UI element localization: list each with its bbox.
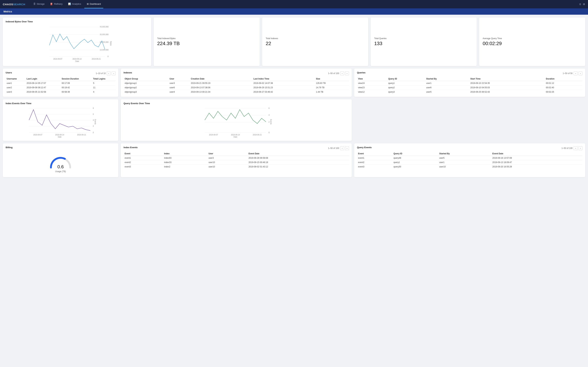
table-cell: 4 [92,90,115,94]
table-cell: user10 [438,165,491,169]
svg-text:2: 2 [268,121,269,123]
table-cell: user3 [6,90,26,94]
svg-text:Events: Events [270,119,272,125]
svg-text:4: 4 [268,114,269,116]
idx-col-lastindex: Last Index Time [252,77,315,81]
svg-text:Events: Events [94,119,96,125]
svg-text:6: 6 [93,113,94,115]
users-pagination: 1–10 of 10 ‹ › [96,71,115,75]
table-cell: index93 [163,156,208,160]
nav-analytics[interactable]: 📊 Analytics [66,0,84,8]
billing-title: Billing [6,146,115,149]
table-cell: event3 [123,165,163,169]
stat-total-indexes: Total Indexes 22 [262,17,368,66]
svg-text:2019-09-07: 2019-09-07 [33,134,42,136]
idx-col-user: User [169,77,190,81]
nav-refinery[interactable]: ⛽ Refinery [48,0,65,8]
table-cell: 2019-09-27 03:46:42 [252,90,315,94]
table-row: event1query48user52019-09-16 13:57:09 [357,156,582,160]
qe-col-startedby: Started By [438,151,491,156]
svg-text:4: 4 [93,119,94,121]
table-cell: user5 [438,156,491,160]
table-cell: 2019-09-21 09:55:19 [190,81,252,85]
billing-card: Billing 0.6 Usage (TB) [3,143,118,177]
q-col-view: View [357,77,387,81]
stat-label-1: Total Indexes [266,37,365,40]
indexed-bytes-chart: 40,000,000 30,000,000 20,000,000 10,000,… [6,24,148,63]
qe-col-queryid: Query ID [392,151,438,156]
analytics-icon: 📊 [68,3,71,5]
table-row: objectgroup3user42019-09-13 00:21:342019… [123,90,349,94]
table-cell: event1 [123,156,163,160]
query-events-prev-btn[interactable]: ‹ [574,146,578,150]
indexes-next-btn[interactable]: › [345,71,349,75]
queries-card: Queries 1–50 of 50 ‹ › View Query ID Sta… [354,68,585,97]
stat-value-0: 224.39 TB [157,41,256,46]
indexes-prev-btn[interactable]: ‹ [340,71,344,75]
stat-label-2: Total Queries [374,37,473,40]
svg-text:2019-09-07: 2019-09-07 [209,134,218,136]
table-row: event3index2user102019-09-02 01:43:12 [123,165,349,169]
queries-page-count: 1–50 of 50 [563,72,573,75]
stat-total-queries: Total Queries 133 [371,17,477,66]
gauge-value-display: 0.6 [57,164,64,169]
queries-next-btn[interactable]: › [579,71,582,75]
logo: CHAOSSEARCH [3,3,25,6]
users-col-lastlogin: Last Login [26,77,61,81]
table-cell: view12 [357,90,387,94]
users-next-btn[interactable]: › [112,71,115,75]
stat-label-0: Total Indexed Bytes [157,37,256,40]
table-cell: event2 [123,160,163,165]
table-cell: 00:01:12 [545,81,582,85]
users-col-username: Username [6,77,26,81]
table-row: event2index33user102019-09-15 00:46:18 [123,160,349,165]
svg-text:Date: Date [233,136,237,138]
table-cell: 2019-09-20 16:55:29 [491,165,582,169]
metrics-title: Metrics [3,10,12,13]
table-cell: user2 [6,85,26,90]
svg-text:2019-09-21: 2019-09-21 [253,134,262,136]
chart-row: Index Events Over Time 8 6 4 2 0 2019-09… [3,99,585,141]
table-cell: 2019-09-02 14:07:38 [252,81,315,85]
table-cell: 2019-09-28 06:58:08 [247,156,349,160]
queries-header: Queries 1–50 of 50 ‹ › [357,71,582,75]
table-cell: query30 [392,165,438,169]
stat-total-indexed-bytes: Total Indexed Bytes 224.39 TB [154,17,260,66]
table-cell: 00:02:40 [545,85,582,90]
users-prev-btn[interactable]: ‹ [107,71,111,75]
settings-icon[interactable]: ⚙ [583,3,585,6]
query-events-next-btn[interactable]: › [579,146,582,150]
mid-row: Users 1–10 of 10 ‹ › Username Last Login… [3,68,585,97]
svg-text:2019-09-21: 2019-09-21 [77,134,86,136]
stat-label-3: Average Query Time [483,37,582,40]
table-cell: query48 [392,156,438,160]
indexes-header: Indexes 1–50 of 100 ‹ › [123,71,349,75]
nav-bar: CHAOSSEARCH 🗄 Storage ⛽ Refinery 📊 Analy… [0,0,588,8]
svg-text:2019-09-07: 2019-09-07 [53,58,62,60]
nav-storage[interactable]: 🗄 Storage [31,0,47,8]
table-cell: 2019-09-15 00:46:18 [247,160,349,165]
queries-pagination: 1–50 of 50 ‹ › [563,71,582,75]
table-cell: user5 [425,90,469,94]
user-icon[interactable]: tt [579,3,581,6]
index-events-prev-btn[interactable]: ‹ [340,146,344,150]
indexes-page-count: 1–50 of 100 [328,72,339,75]
nav-dashboard[interactable]: ⊞ Dashboard [84,0,104,8]
dashboard-icon: ⊞ [87,3,89,5]
svg-text:Date: Date [58,136,62,138]
nav-storage-label: Storage [37,3,45,5]
table-cell: 14.79 TB [315,85,349,90]
index-events-next-btn[interactable]: › [345,146,349,150]
indexed-bytes-title: Indexed Bytes Over Time [6,20,148,23]
table-cell: user6 [169,85,190,90]
metrics-bar: Metrics [0,8,588,15]
table-cell: objectgroup2 [123,85,169,90]
users-page-count: 1–10 of 10 [96,72,106,75]
table-cell: query2 [387,85,425,90]
indexes-card: Indexes 1–50 of 100 ‹ › Object Group Use… [121,68,352,97]
svg-text:2019-09-21: 2019-09-21 [92,58,101,60]
queries-prev-btn[interactable]: ‹ [574,71,578,75]
table-cell: 00:19:42 [61,85,92,90]
billing-usage-label: Usage (TB) [55,170,66,173]
table-cell: objectgroup1 [123,81,169,85]
